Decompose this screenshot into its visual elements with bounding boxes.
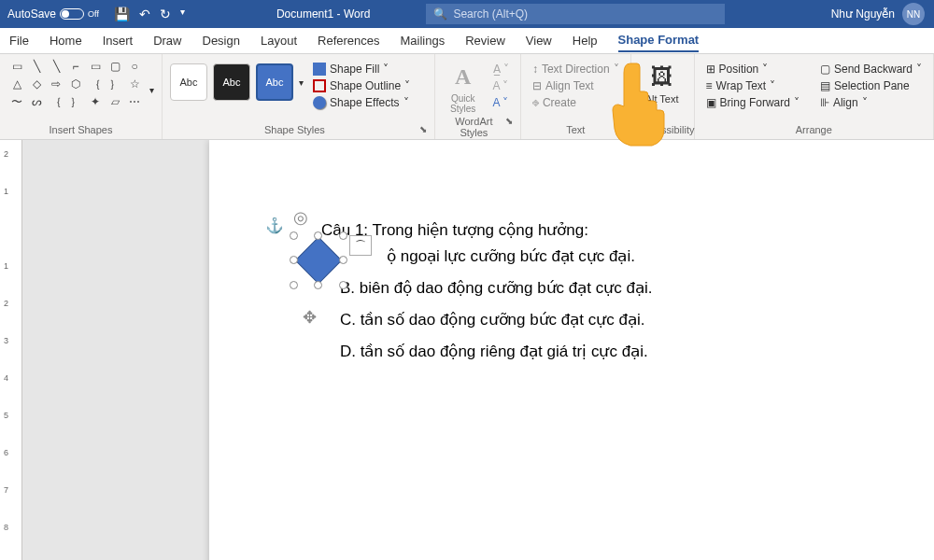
option-c[interactable]: C. tần số dao động cưỡng bức đạt cực đại… (340, 304, 882, 336)
text-effects-button[interactable]: A ˅ (489, 95, 513, 110)
shape-body[interactable] (295, 237, 343, 285)
shape-lbrace-icon[interactable]: ｛ (86, 76, 105, 92)
shape-line2-icon[interactable]: ╲ (47, 58, 65, 75)
autosave-label: AutoSave (7, 7, 56, 21)
shape-rect-icon[interactable]: ▭ (86, 58, 105, 75)
group-label-arrange: Arrange (702, 122, 926, 139)
style-preview-dark[interactable]: Abc (213, 63, 250, 101)
shape-star-icon[interactable]: ☆ (125, 76, 144, 92)
ruler-tick: 8 (4, 523, 8, 532)
quick-styles-button[interactable]: A Quick Styles (443, 58, 484, 114)
tab-layout[interactable]: Layout (261, 30, 297, 51)
layout-options-icon[interactable]: ⌒ (349, 235, 372, 256)
shape-roundrect-icon[interactable]: ▢ (106, 58, 124, 75)
resize-handle[interactable] (339, 281, 347, 289)
undo-icon[interactable]: ↶ (139, 7, 150, 21)
selection-pane-button[interactable]: ▤ Selection Pane (816, 78, 926, 93)
shape-lbracket-icon[interactable]: ｛ (47, 93, 65, 110)
align-text-button[interactable]: ⊟ Align Text (529, 78, 623, 93)
style-preview-light[interactable]: Abc (170, 63, 207, 101)
create-link-button[interactable]: ⎆ Create (529, 95, 623, 110)
shape-more-icon[interactable]: ⋯ (125, 93, 144, 110)
ruler-tick: 6 (4, 448, 8, 457)
redo-icon[interactable]: ↻ (160, 7, 171, 21)
shape-arrow-icon[interactable]: ⇨ (47, 76, 65, 92)
send-backward-button[interactable]: ▢ Send Backward ˅ (816, 62, 926, 77)
shape-line-icon[interactable]: ╲ (27, 58, 46, 75)
resize-handle[interactable] (314, 281, 322, 289)
anchor-icon[interactable]: ⚓ (265, 211, 284, 241)
search-box[interactable]: 🔍 Search (Alt+Q) (426, 4, 725, 24)
shape-star2-icon[interactable]: ✦ (86, 93, 105, 110)
tab-shape-format[interactable]: Shape Format (618, 29, 700, 52)
selected-shape[interactable] (291, 233, 346, 287)
tab-view[interactable]: View (526, 30, 552, 51)
gallery-expand-icon[interactable]: ▾ (149, 85, 154, 95)
page-wrap[interactable]: ⚓ ◎ Câu 1: Trong hiện tượng cộng hưởng: … (22, 140, 934, 560)
shape-rbrace-icon[interactable]: ｝ (106, 76, 124, 92)
outline-icon (313, 79, 326, 92)
tab-file[interactable]: File (9, 30, 29, 51)
shape-callout-icon[interactable]: ▱ (106, 93, 124, 110)
shape-diamond-icon[interactable]: ◇ (27, 76, 46, 92)
shape-fill-button[interactable]: Shape Fill ˅ (309, 62, 414, 77)
qat-dropdown-icon[interactable]: ▾ (180, 7, 185, 21)
resize-handle[interactable] (339, 231, 347, 240)
save-icon[interactable]: 💾 (114, 7, 130, 21)
avatar: NN (902, 3, 925, 25)
styles-expand-icon[interactable]: ▾ (299, 77, 304, 88)
wordart-launcher-icon[interactable]: ⬊ (505, 116, 513, 138)
group-label-wordart: WordArt Styles (443, 116, 505, 138)
text-direction-button[interactable]: ↕ Text Direction ˅ (529, 62, 623, 77)
quick-access-toolbar: 💾 ↶ ↻ ▾ (106, 7, 192, 21)
shape-textbox-icon[interactable]: ▭ (7, 58, 26, 75)
shape-freeform-icon[interactable]: ᔕ (27, 93, 46, 110)
shape-effects-button[interactable]: Shape Effects ˅ (309, 95, 414, 110)
tab-review[interactable]: Review (465, 30, 505, 51)
alt-text-button[interactable]: 🖼 Alt Text (639, 58, 686, 105)
tab-insert[interactable]: Insert (103, 30, 134, 51)
shape-oval-icon[interactable]: ○ (125, 58, 144, 75)
align-button[interactable]: ⊪ Align ˅ (816, 95, 926, 110)
option-b[interactable]: B. biên độ dao động cưỡng bức đạt cực đạ… (340, 273, 882, 304)
group-arrange: ⊞ Position ˅ ≡ Wrap Text ˅ ▣ Bring Forwa… (695, 54, 934, 139)
tab-references[interactable]: References (318, 30, 379, 51)
tab-draw[interactable]: Draw (153, 30, 181, 51)
group-wordart-styles: A Quick Styles A̲ ˅ A ˅ A ˅ WordArt Styl… (435, 54, 521, 139)
shape-rbracket-icon[interactable]: ｝ (66, 93, 85, 110)
tab-home[interactable]: Home (50, 30, 82, 51)
resize-handle[interactable] (314, 231, 322, 240)
option-d[interactable]: D. tần số dao động riêng đạt giá trị cực… (340, 336, 882, 368)
bring-forward-button[interactable]: ▣ Bring Forward ˅ (702, 95, 803, 110)
user-account[interactable]: Như Nguyễn NN (831, 3, 934, 25)
vertical-ruler[interactable]: 2 1 1 2 3 4 5 6 7 8 9 (0, 140, 22, 560)
resize-handle[interactable] (290, 256, 298, 264)
tab-help[interactable]: Help (573, 30, 598, 51)
title-bar: AutoSave Off 💾 ↶ ↻ ▾ Document1 - Word 🔍 … (0, 0, 934, 28)
option-a[interactable]: ộ ngoại lực cưỡng bức đạt cực đại. (387, 241, 882, 273)
text-outline-button[interactable]: A ˅ (489, 78, 513, 93)
toggle-switch[interactable] (60, 8, 84, 20)
shape-triangle-icon[interactable]: △ (7, 76, 26, 92)
wrap-text-button[interactable]: ≡ Wrap Text ˅ (702, 78, 803, 93)
position-button[interactable]: ⊞ Position ˅ (702, 62, 803, 77)
style-preview-blue[interactable]: Abc (256, 63, 293, 101)
tab-mailings[interactable]: Mailings (401, 30, 446, 51)
shape-outline-button[interactable]: Shape Outline ˅ (309, 78, 414, 93)
group-label-accessibility: Accessibility (639, 122, 686, 139)
shape-curve-icon[interactable]: 〜 (7, 93, 26, 110)
page[interactable]: ⚓ ◎ Câu 1: Trong hiện tượng cộng hưởng: … (209, 140, 934, 560)
shape-styles-launcher-icon[interactable]: ⬊ (419, 124, 427, 135)
shape-connector-icon[interactable]: ⌐ (66, 58, 85, 75)
resize-handle[interactable] (290, 281, 298, 289)
text-fill-button[interactable]: A̲ ˅ (489, 62, 513, 77)
shape-hexagon-icon[interactable]: ⬡ (66, 76, 85, 92)
resize-handle[interactable] (339, 256, 347, 264)
resize-handle[interactable] (290, 231, 298, 240)
group-shape-styles: Abc Abc Abc ▾ Shape Fill ˅ Shape Outline… (163, 54, 435, 139)
tab-design[interactable]: Design (203, 30, 240, 51)
rotate-handle-icon[interactable]: ◎ (293, 201, 308, 234)
letter-a-icon: A (448, 62, 478, 91)
autosave-toggle[interactable]: AutoSave Off (0, 7, 106, 21)
shapes-gallery[interactable]: ▭╲╲⌐▭▢○ △◇⇨⬡｛｝☆ 〜ᔕ｛｝✦▱⋯ (7, 58, 144, 110)
